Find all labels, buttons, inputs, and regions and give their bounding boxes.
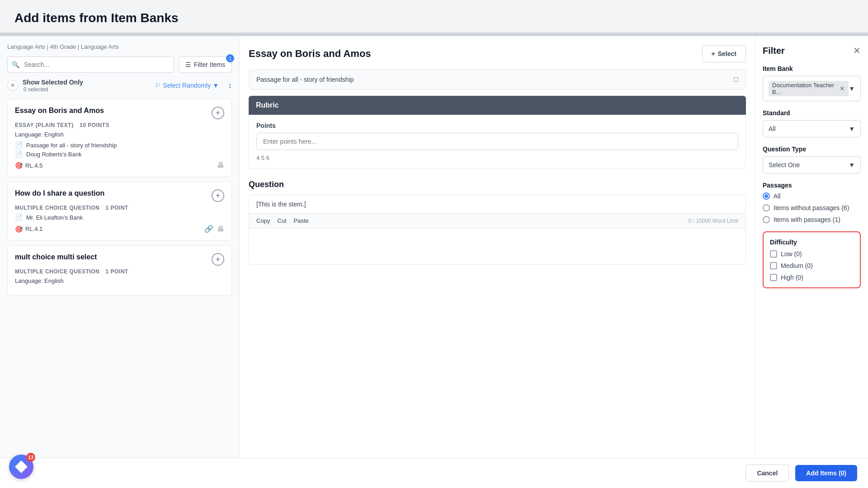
close-filter-button[interactable]: ✕ [853,45,861,56]
standard-dropdown[interactable]: All ▼ [763,120,861,137]
sort-button[interactable]: ↕ [228,81,232,90]
expand-passage-button[interactable]: □ [734,75,738,84]
left-panel: Language Arts | 4th Grade | Language Art… [0,36,240,488]
item-language: Language: English [15,131,224,138]
filter-panel: Filter ✕ Item Bank Documentation Teacher… [755,36,868,488]
standard-value: RL.4.5 [25,162,42,169]
cut-button[interactable]: Cut [277,217,286,224]
item-meta: ESSAY (PLAIN TEXT) 10 points [15,122,224,128]
avatar[interactable]: 13 [9,455,33,479]
question-label: Question [249,180,746,189]
editor-toolbar-btns: Copy Cut Paste [256,217,309,224]
standard-icon: 🎯 [15,162,23,169]
passage-label: Passage for all - story of friendship [256,76,354,83]
select-randomly-label: Select Randomly [163,82,211,89]
filter-standard-section: Standard All ▼ [763,109,861,137]
filter-passages-section: Passages All Items without passages (6) … [763,182,861,223]
print-button[interactable]: 🖶 [217,161,224,169]
cancel-button[interactable]: Cancel [745,465,789,482]
add-item-button[interactable]: + [212,189,224,202]
difficulty-high-checkbox[interactable] [770,274,777,281]
passages-all-label: All [774,192,781,200]
question-type-value: Select One [769,161,800,169]
copy-button[interactable]: Copy [256,217,270,224]
passages-without-radio [763,204,770,211]
item-points: 10 points [80,122,109,128]
passages-with-label: Items with passages (1) [774,216,840,223]
rubric-section: Rubric [249,96,746,115]
search-input[interactable] [7,56,174,73]
item-language: Language: English [15,277,224,284]
editor-toolbar: Copy Cut Paste 0 / 10000 Word Limit [249,213,745,228]
question-type-dropdown[interactable]: Select One ▼ [763,156,861,174]
points-input[interactable] [256,133,738,150]
selected-count: 0 selected [24,86,83,93]
passages-all-option[interactable]: All [763,192,861,200]
add-items-button[interactable]: Add Items (0) [795,465,857,481]
item-bank-name: Mr. Eli Leafton's Bank [26,214,83,221]
passage-bar: Passage for all - story of friendship □ [249,70,746,89]
question-section: Question [This is the stem.] Copy Cut Pa… [249,180,746,265]
difficulty-medium-option[interactable]: Medium (0) [770,262,854,269]
rubric-title: Rubric [256,101,279,109]
passages-label: Passages [763,182,861,189]
item-footer: 🎯 RL.4.1 🔗 🖶 [15,225,224,233]
tag-remove-icon[interactable]: ✕ [840,85,845,92]
item-bank-value: Documentation Teacher B... [772,82,837,95]
share-button[interactable]: 🔗 [204,225,213,233]
item-type: MULTIPLE CHOICE QUESTION [15,268,99,275]
chevron-down-icon: ▼ [212,82,219,89]
middle-panel: Essay on Boris and Amos + Select Passage… [240,36,755,488]
print-button[interactable]: 🖶 [217,225,224,233]
passages-all-radio [763,192,770,200]
filter-badge: 1 [226,54,234,62]
difficulty-low-checkbox[interactable] [770,250,777,258]
passages-without-option[interactable]: Items without passages (6) [763,204,861,211]
select-randomly-button[interactable]: ⚐ Select Randomly ▼ [151,79,223,92]
flag-icon: ⚐ [155,82,161,89]
passages-without-label: Items without passages (6) [774,204,849,211]
standard-icon: 🎯 [15,225,23,233]
editor-area[interactable] [249,228,745,264]
select-label: Select [718,50,736,57]
item-type: ESSAY (PLAIN TEXT) [15,122,74,128]
breadcrumb: Language Arts | 4th Grade | Language Art… [7,43,232,50]
difficulty-high-option[interactable]: High (0) [770,274,854,281]
difficulty-section: Difficulty Low (0) Medium (0) High (0) [763,231,861,288]
item-detail-bank: 📄 Doug Roberts's Bank [15,150,224,158]
item-detail-bank: 📄 Mr. Eli Leafton's Bank [15,214,224,221]
item-card-header: mult choice multi select + [15,253,224,266]
points-label: Points [256,122,738,129]
difficulty-low-option[interactable]: Low (0) [770,250,854,258]
passages-with-radio [763,216,770,223]
item-bank-dropdown[interactable]: Documentation Teacher B... ✕ ▼ [763,76,861,101]
item-points: 1 point [105,205,128,211]
passages-with-option[interactable]: Items with passages (1) [763,216,861,223]
avatar-badge: 13 [26,453,35,462]
avatar-icon [15,460,28,473]
filter-panel-title: Filter [763,46,785,56]
difficulty-low-label: Low (0) [781,250,802,258]
paste-button[interactable]: Paste [294,217,309,224]
filter-items-button[interactable]: ☰ Filter Items 1 [179,56,232,73]
difficulty-checkbox-group: Low (0) Medium (0) High (0) [770,250,854,281]
page-title-area: Add items from Item Banks [0,0,868,33]
item-meta: MULTIPLE CHOICE QUESTION 1 point [15,268,224,275]
difficulty-medium-checkbox[interactable] [770,262,777,269]
item-title: How do I share a question [15,189,104,197]
item-bank-name: Doug Roberts's Bank [26,151,81,158]
show-selected-row: ✕ Show Selected Only 0 selected ⚐ Select… [7,78,232,93]
essay-header: Essay on Boris and Amos + Select [249,45,746,62]
difficulty-high-label: High (0) [781,274,803,281]
add-item-button[interactable]: + [212,107,224,119]
icon-group: 🔗 🖶 [204,225,224,233]
page-title: Add items from Item Banks [14,11,854,25]
item-type: MULTIPLE CHOICE QUESTION [15,205,99,211]
radio-dot [764,194,768,198]
clear-selected-button[interactable]: ✕ [7,80,18,91]
list-item: How do I share a question + MULTIPLE CHO… [7,182,232,241]
select-button[interactable]: + Select [702,45,746,62]
item-bank-tag: Documentation Teacher B... ✕ [769,81,849,96]
filter-items-label: Filter Items [194,61,225,68]
add-item-button[interactable]: + [212,253,224,266]
